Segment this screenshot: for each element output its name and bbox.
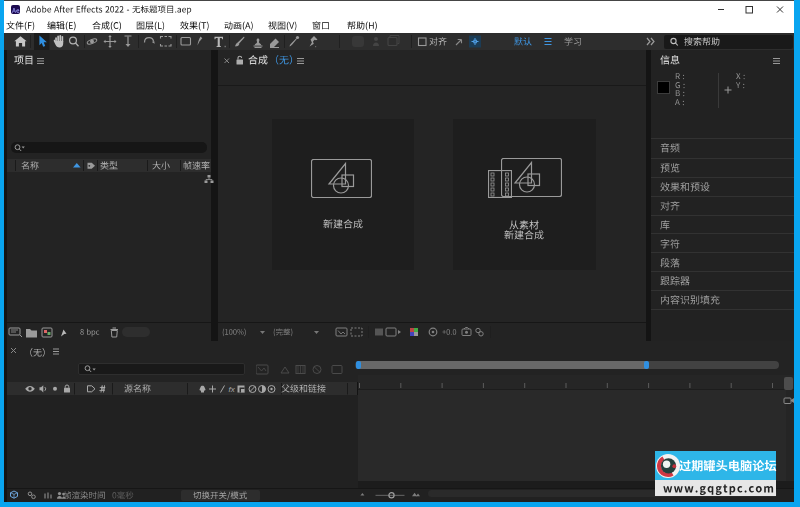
svg-text:fx: fx [229,385,236,394]
